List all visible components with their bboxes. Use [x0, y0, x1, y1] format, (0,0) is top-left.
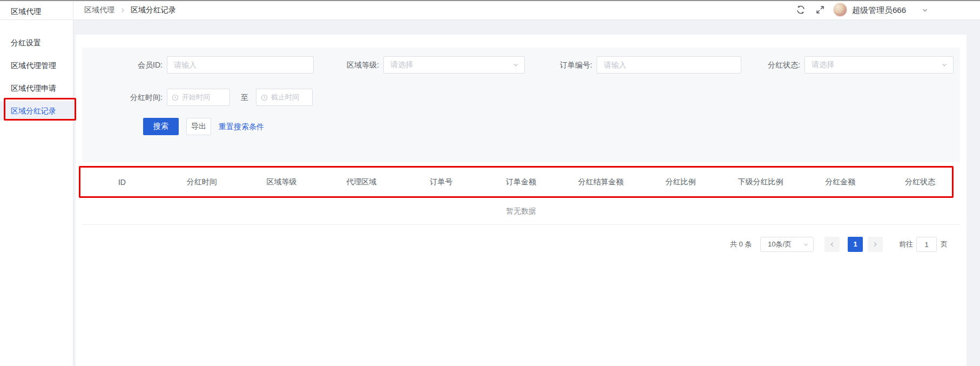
prev-page-button[interactable] [824, 237, 840, 252]
table-header-row: ID 分红时间 区域等级 代理区域 订单号 订单金额 分红结算金额 分红比例 下… [82, 168, 960, 197]
column-sub-dividend-ratio: 下级分红比例 [721, 177, 801, 187]
refresh-icon[interactable] [796, 5, 806, 15]
column-dividend-time: 分红时间 [162, 177, 242, 187]
reset-search-link[interactable]: 重置搜索条件 [219, 118, 264, 135]
column-dividend-ratio: 分红比例 [641, 177, 721, 187]
order-no-label: 订单编号: [526, 56, 592, 74]
column-dividend-status: 分红状态 [880, 177, 960, 187]
avatar[interactable] [833, 3, 847, 17]
region-level-label: 区域等级: [313, 56, 379, 74]
column-dividend-amount: 分红金额 [800, 177, 880, 187]
sidebar-item-region-agent-management[interactable]: 区域代理管理 [0, 54, 73, 77]
table-empty-state: 暂无数据 [82, 197, 960, 225]
start-time-placeholder: 开始时间 [182, 92, 210, 102]
sidebar-item-region-agent-application[interactable]: 区域代理申请 [0, 77, 73, 99]
goto-page-input[interactable] [916, 237, 937, 252]
goto-label: 前往 [899, 237, 913, 252]
caret-down-icon[interactable] [922, 7, 928, 14]
sidebar-item-dividend-settings[interactable]: 分红设置 [0, 31, 73, 54]
time-range-separator: 至 [238, 89, 252, 106]
column-agent-region: 代理区域 [321, 177, 401, 187]
end-time-picker[interactable]: 截止时间 [256, 89, 313, 106]
clock-icon [172, 94, 179, 101]
region-level-select[interactable]: 请选择 [383, 56, 525, 74]
chevron-down-icon [803, 242, 809, 248]
current-page-button[interactable]: 1 [848, 237, 863, 252]
chevron-right-icon [872, 241, 878, 248]
search-button[interactable]: 搜索 [143, 118, 179, 135]
page-unit-label: 页 [941, 237, 948, 252]
export-button[interactable]: 导出 [186, 118, 211, 135]
breadcrumb-item-region-agent[interactable]: 区域代理 [84, 5, 114, 15]
next-page-button[interactable] [868, 237, 883, 252]
chevron-down-icon [512, 62, 519, 68]
dividend-status-placeholder: 请选择 [812, 60, 834, 70]
column-order-amount: 订单金额 [481, 177, 561, 187]
sidebar-item-region-dividend-records[interactable]: 区域分红记录 [0, 101, 73, 121]
end-time-placeholder: 截止时间 [271, 92, 299, 102]
dividend-status-label: 分红状态: [734, 56, 800, 74]
breadcrumb-separator-icon [119, 7, 126, 14]
column-settlement-amount: 分红结算金额 [561, 177, 641, 187]
order-no-input[interactable] [597, 56, 741, 74]
breadcrumb: 区域代理 区域分红记录 [84, 1, 176, 19]
region-level-placeholder: 请选择 [390, 60, 413, 70]
member-id-label: 会员ID: [97, 56, 163, 74]
chevron-down-icon [941, 62, 948, 68]
start-time-picker[interactable]: 开始时间 [167, 89, 230, 106]
column-id: ID [82, 178, 162, 187]
page-size-value: 10条/页 [768, 239, 792, 249]
dividend-status-select[interactable]: 请选择 [805, 56, 954, 74]
username[interactable]: 超级管理员666 [852, 1, 906, 19]
chevron-left-icon [829, 241, 835, 248]
page-size-select[interactable]: 10条/页 [760, 237, 814, 252]
pagination-total: 共 0 条 [730, 237, 752, 252]
fullscreen-icon[interactable] [815, 5, 825, 15]
page: 区域代理 分红设置 区域代理管理 区域代理申请 区域分红记录 区域代理 区域分红… [0, 0, 980, 366]
column-region-level: 区域等级 [242, 177, 322, 187]
column-order-no: 订单号 [401, 177, 481, 187]
sidebar: 区域代理 分红设置 区域代理管理 区域代理申请 区域分红记录 [0, 1, 73, 366]
sidebar-app-title: 区域代理 [11, 2, 41, 21]
member-id-input[interactable] [167, 56, 314, 74]
dividend-time-label: 分红时间: [97, 89, 163, 106]
clock-icon [261, 94, 268, 101]
breadcrumb-current: 区域分红记录 [131, 5, 176, 15]
